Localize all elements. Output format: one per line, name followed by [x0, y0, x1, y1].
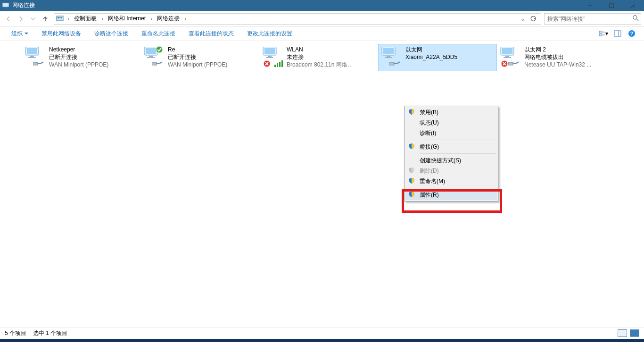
- shield-icon: [408, 191, 416, 199]
- svg-rect-31: [264, 48, 275, 54]
- svg-point-29: [156, 46, 163, 53]
- status-selected: 选中 1 个项目: [33, 329, 67, 337]
- svg-line-10: [636, 19, 638, 21]
- status-count: 5 个项目: [5, 329, 26, 337]
- crumb-sep-icon: ›: [182, 16, 188, 22]
- connection-item[interactable]: WLAN未连接Broadcom 802.11n 网络…: [259, 44, 378, 71]
- crumb-sep-icon: ›: [149, 16, 154, 22]
- connection-text: Netkeeper已断开连接WAN Miniport (PPPOE): [49, 46, 108, 71]
- svg-rect-34: [274, 65, 276, 67]
- menu-item[interactable]: 重命名(M): [405, 176, 497, 186]
- crumb-2[interactable]: 网络连接: [156, 15, 181, 23]
- svg-rect-22: [28, 57, 36, 58]
- details-view-icon[interactable]: [618, 329, 627, 337]
- crumb-0[interactable]: 控制面板: [73, 15, 98, 23]
- search-icon[interactable]: [632, 15, 639, 23]
- menu-item[interactable]: 创建快捷方式(S): [405, 155, 497, 166]
- dialup-icon: [24, 46, 46, 68]
- connection-text: 以太网Xiaomi_A22A_5DD5: [405, 46, 457, 71]
- svg-rect-25: [146, 48, 156, 54]
- menu-item-label: 删除(D): [420, 167, 439, 175]
- connection-grid: Netkeeper已断开连接WAN Miniport (PPPOE)Re已断开连…: [0, 41, 644, 72]
- shield-icon: [408, 109, 416, 116]
- connection-device: Broadcom 802.11n 网络…: [287, 61, 353, 68]
- connection-status: 已断开连接: [168, 53, 227, 61]
- svg-rect-11: [599, 31, 602, 33]
- help-icon[interactable]: ?: [627, 29, 636, 38]
- back-button[interactable]: [3, 13, 14, 25]
- svg-rect-21: [30, 56, 34, 57]
- connection-item[interactable]: Re已断开连接WAN Miniport (PPPOE): [140, 44, 259, 71]
- menu-item[interactable]: 诊断(I): [405, 128, 497, 138]
- search-input[interactable]: [546, 15, 632, 23]
- svg-rect-42: [385, 57, 392, 58]
- connection-item[interactable]: Netkeeper已断开连接WAN Miniport (PPPOE): [22, 44, 140, 71]
- refresh-button[interactable]: [528, 13, 539, 25]
- address-dropdown-icon[interactable]: ⌄: [519, 16, 527, 22]
- crumb-1[interactable]: 网络和 Internet: [107, 15, 147, 23]
- preview-pane-icon[interactable]: [613, 29, 622, 38]
- window-controls: [579, 0, 644, 11]
- connection-name: 以太网 2: [524, 46, 591, 53]
- menu-item-label: 属性(R): [420, 191, 439, 199]
- view-options-icon[interactable]: ▾: [599, 29, 608, 38]
- change-settings-button[interactable]: 更改此连接的设置: [240, 26, 299, 41]
- svg-rect-12: [599, 34, 602, 36]
- titlebar: 网络连接: [0, 0, 644, 11]
- forward-button[interactable]: [15, 13, 26, 25]
- command-bar: 组织 禁用此网络设备 诊断这个连接 重命名此连接 查看此连接的状态 更改此连接的…: [0, 26, 644, 41]
- window-title: 网络连接: [12, 1, 35, 9]
- menu-item-label: 创建快捷方式(S): [420, 157, 461, 165]
- menu-item-label: 桥接(G): [420, 143, 439, 151]
- menu-item-label: 重命名(M): [420, 177, 445, 185]
- connection-item[interactable]: 以太网Xiaomi_A22A_5DD5: [378, 44, 497, 71]
- svg-rect-37: [281, 60, 283, 67]
- tiles-view-icon[interactable]: [630, 329, 639, 337]
- connection-device: WAN Miniport (PPPOE): [49, 61, 108, 68]
- address-bar: › 控制面板 › 网络和 Internet › 网络连接 › ⌄: [0, 11, 644, 26]
- recent-button[interactable]: [27, 13, 39, 25]
- maximize-button[interactable]: [601, 0, 622, 11]
- control-panel-icon: [56, 15, 64, 23]
- app-icon: [2, 2, 9, 9]
- svg-rect-27: [147, 57, 155, 58]
- svg-rect-7: [58, 17, 59, 18]
- view-status-button[interactable]: 查看此连接的状态: [182, 26, 240, 41]
- minimize-button[interactable]: [579, 0, 601, 11]
- menu-item-label: 诊断(I): [420, 129, 436, 137]
- connection-text: 以太网 2网络电缆被拔出Netease UU TAP-Win32 ...: [524, 46, 591, 71]
- ethernet-icon: [499, 46, 521, 68]
- connection-item[interactable]: 以太网 2网络电缆被拔出Netease UU TAP-Win32 ...: [497, 44, 616, 71]
- diagnose-button[interactable]: 诊断这个连接: [88, 26, 135, 41]
- svg-rect-0: [2, 3, 9, 7]
- ethernet-icon: [380, 46, 403, 68]
- menu-item[interactable]: 禁用(B): [405, 107, 497, 117]
- svg-rect-45: [502, 48, 512, 54]
- crumb-sep-icon: ›: [66, 16, 71, 22]
- up-button[interactable]: [40, 13, 51, 25]
- breadcrumb[interactable]: › 控制面板 › 网络和 Internet › 网络连接 › ⌄: [54, 13, 541, 25]
- menu-separator: [420, 153, 496, 154]
- crumb-sep-icon: ›: [99, 16, 105, 22]
- close-button[interactable]: [622, 0, 644, 11]
- organize-button[interactable]: 组织: [5, 26, 35, 41]
- svg-rect-1: [4, 8, 7, 8]
- connection-text: WLAN未连接Broadcom 802.11n 网络…: [287, 46, 353, 71]
- search-field[interactable]: [544, 13, 641, 25]
- menu-item-label: 状态(U): [420, 119, 439, 127]
- svg-rect-26: [149, 56, 153, 57]
- dialup-icon: [142, 46, 165, 68]
- svg-rect-46: [505, 56, 509, 57]
- menu-item[interactable]: 桥接(G): [405, 142, 497, 152]
- connection-status: Xiaomi_A22A_5DD5: [405, 53, 457, 61]
- menu-item[interactable]: 状态(U): [405, 117, 497, 128]
- connection-status: 网络电缆被拔出: [524, 53, 591, 61]
- rename-button[interactable]: 重命名此连接: [135, 26, 182, 41]
- svg-rect-40: [383, 48, 394, 54]
- connection-name: Netkeeper: [49, 46, 108, 53]
- menu-item[interactable]: 属性(R): [405, 190, 497, 200]
- content-area: Netkeeper已断开连接WAN Miniport (PPPOE)Re已断开连…: [0, 41, 644, 339]
- svg-point-9: [633, 16, 637, 19]
- disable-device-button[interactable]: 禁用此网络设备: [35, 26, 88, 41]
- svg-rect-33: [266, 57, 273, 58]
